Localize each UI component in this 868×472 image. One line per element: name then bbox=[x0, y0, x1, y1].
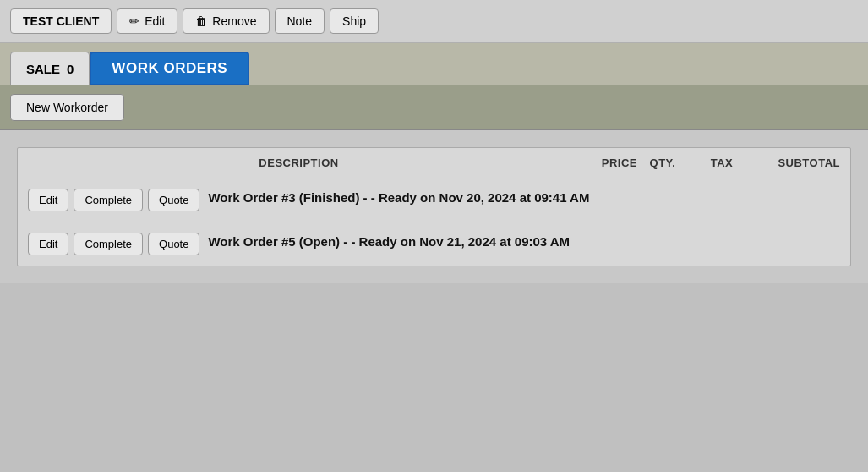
row-2-actions: Edit Complete Quote bbox=[28, 233, 199, 255]
tab-workorders-label: WORK ORDERS bbox=[112, 60, 227, 77]
edit-label: Edit bbox=[145, 14, 165, 28]
ship-button[interactable]: Ship bbox=[330, 8, 379, 34]
col-header-price: PRICE bbox=[570, 156, 637, 169]
remove-label: Remove bbox=[212, 14, 256, 28]
toolbar: TEST CLIENT ✏ Edit 🗑 Remove Note Ship bbox=[0, 0, 868, 43]
tab-workorders[interactable]: WORK ORDERS bbox=[90, 52, 249, 85]
col-header-subtotal: SUBTOTAL bbox=[756, 156, 840, 169]
tab-sale-count: 0 bbox=[67, 62, 74, 76]
table-row: Edit Complete Quote Work Order #5 (Open)… bbox=[18, 222, 850, 266]
main-content: DESCRIPTION PRICE QTY. TAX SUBTOTAL Edit… bbox=[0, 130, 868, 283]
row-2-description: Work Order #5 (Open) - - Ready on Nov 21… bbox=[208, 233, 570, 250]
col-header-qty: QTY. bbox=[637, 156, 688, 169]
table-row: Edit Complete Quote Work Order #3 (Finis… bbox=[18, 178, 850, 222]
col-header-tax: TAX bbox=[688, 156, 756, 169]
new-workorder-button[interactable]: New Workorder bbox=[10, 94, 124, 121]
row-1-quote-button[interactable]: Quote bbox=[148, 189, 199, 211]
tab-sale-label: SALE bbox=[26, 62, 60, 76]
tab-sale[interactable]: SALE 0 bbox=[10, 52, 90, 85]
trash-icon: 🗑 bbox=[195, 14, 207, 28]
row-2-complete-button[interactable]: Complete bbox=[74, 233, 143, 255]
pencil-icon: ✏ bbox=[129, 14, 139, 28]
note-button[interactable]: Note bbox=[275, 8, 325, 34]
row-1-actions: Edit Complete Quote bbox=[28, 189, 199, 211]
row-2-quote-button[interactable]: Quote bbox=[148, 233, 199, 255]
col-header-description: DESCRIPTION bbox=[28, 156, 570, 169]
remove-button[interactable]: 🗑 Remove bbox=[183, 8, 269, 34]
tabs-area: SALE 0 WORK ORDERS bbox=[0, 43, 868, 85]
row-1-description: Work Order #3 (Finished) - - Ready on No… bbox=[208, 189, 589, 206]
sub-action-bar: New Workorder bbox=[0, 85, 868, 130]
edit-button[interactable]: ✏ Edit bbox=[117, 8, 177, 34]
table-header: DESCRIPTION PRICE QTY. TAX SUBTOTAL bbox=[18, 148, 850, 178]
row-2-edit-button[interactable]: Edit bbox=[28, 233, 68, 255]
client-button[interactable]: TEST CLIENT bbox=[10, 8, 112, 34]
row-1-complete-button[interactable]: Complete bbox=[74, 189, 143, 211]
row-1-edit-button[interactable]: Edit bbox=[28, 189, 68, 211]
work-orders-table: DESCRIPTION PRICE QTY. TAX SUBTOTAL Edit… bbox=[17, 147, 851, 266]
